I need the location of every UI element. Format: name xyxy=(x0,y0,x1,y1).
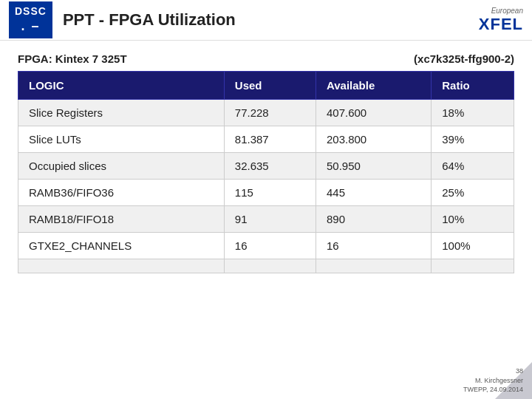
cell-logic: RAMB36/FIFO36 xyxy=(18,180,225,206)
cell-ratio: 18% xyxy=(432,100,514,126)
cell-available: 16 xyxy=(316,233,431,259)
table-row: Slice Registers77.228407.60018% xyxy=(18,100,514,126)
cell-logic: Occupied slices xyxy=(18,153,225,180)
logo-dssc-text: DSSC xyxy=(15,4,47,18)
footer-note: 38 M. Kirchgessner TWEPP, 24.09.2014 xyxy=(463,366,523,395)
xfel-european-label: European xyxy=(491,7,523,15)
cell-ratio: 39% xyxy=(432,126,514,153)
footer-author: M. Kirchgessner xyxy=(463,376,523,386)
footer-event: TWEPP, 24.09.2014 xyxy=(463,385,523,395)
cell-ratio: 100% xyxy=(432,233,514,259)
cell-used: 32.635 xyxy=(224,153,316,180)
fpga-chip: (xc7k325t-ffg900-2) xyxy=(414,52,514,65)
utilization-table: LOGIC Used Available Ratio Slice Registe… xyxy=(18,71,514,273)
cell-logic: Slice Registers xyxy=(18,100,225,126)
table-row: RAMB18/FIFO189189010% xyxy=(18,206,514,233)
table-row: GTXE2_CHANNELS1616100% xyxy=(18,233,514,259)
cell-ratio xyxy=(432,259,514,273)
table-row: RAMB36/FIFO3611544525% xyxy=(18,180,514,206)
footer-page-number: 38 xyxy=(463,366,523,376)
cell-used xyxy=(224,259,316,273)
fpga-header-row: FPGA: Kintex 7 325T (xc7k325t-ffg900-2) xyxy=(18,52,514,65)
cell-used: 91 xyxy=(224,206,316,233)
col-ratio: Ratio xyxy=(432,72,514,100)
fpga-label: FPGA: Kintex 7 325T xyxy=(18,52,127,65)
logo-dash: . – xyxy=(15,18,47,35)
col-available: Available xyxy=(316,72,431,100)
cell-used: 77.228 xyxy=(224,100,316,126)
xfel-logo: European XFEL xyxy=(479,7,523,34)
cell-ratio: 64% xyxy=(432,153,514,180)
cell-available: 203.800 xyxy=(316,126,431,153)
cell-available: 890 xyxy=(316,206,431,233)
cell-used: 16 xyxy=(224,233,316,259)
cell-logic: RAMB18/FIFO18 xyxy=(18,206,225,233)
col-logic: LOGIC xyxy=(18,72,225,100)
table-row: Occupied slices32.63550.95064% xyxy=(18,153,514,180)
table-row: Slice LUTs81.387203.80039% xyxy=(18,126,514,153)
header: DSSC . – PPT - FPGA Utilization European… xyxy=(0,0,532,41)
dssc-logo: DSSC . – xyxy=(9,1,52,38)
main-content: FPGA: Kintex 7 325T (xc7k325t-ffg900-2) … xyxy=(0,41,532,285)
cell-logic xyxy=(18,259,225,273)
cell-ratio: 25% xyxy=(432,180,514,206)
col-used: Used xyxy=(224,72,316,100)
cell-used: 115 xyxy=(224,180,316,206)
cell-available: 50.950 xyxy=(316,153,431,180)
page-title: PPT - FPGA Utilization xyxy=(63,10,479,30)
cell-logic: GTXE2_CHANNELS xyxy=(18,233,225,259)
cell-logic: Slice LUTs xyxy=(18,126,225,153)
cell-available xyxy=(316,259,431,273)
xfel-name: XFEL xyxy=(479,15,523,34)
cell-used: 81.387 xyxy=(224,126,316,153)
cell-available: 407.600 xyxy=(316,100,431,126)
table-row xyxy=(18,259,514,273)
cell-available: 445 xyxy=(316,180,431,206)
table-header-row: LOGIC Used Available Ratio xyxy=(18,72,514,100)
cell-ratio: 10% xyxy=(432,206,514,233)
